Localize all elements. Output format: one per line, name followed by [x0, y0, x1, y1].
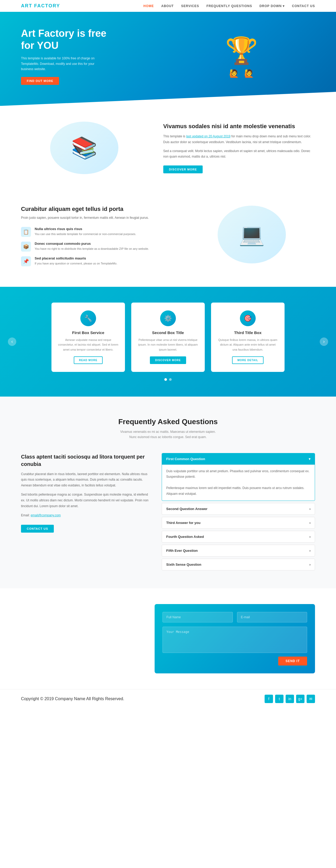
nav-services[interactable]: SERVICES	[181, 4, 199, 8]
footer: Copyright © 2019 Company Name All Rights…	[0, 689, 336, 708]
faq-question-3[interactable]: Third Answer for you ›	[162, 517, 315, 528]
slider-card-3: 🎯 Third Title Box Quisque finibus lorem …	[211, 303, 284, 372]
faq-item-2: Second Question Answer ›	[162, 503, 315, 515]
card-title-1: First Box Service	[58, 331, 119, 335]
about-date-link[interactable]: last updated on 20 August 2019	[186, 134, 231, 138]
dot-2[interactable]	[169, 378, 172, 381]
faq-item-3: Third Answer for you ›	[162, 517, 315, 529]
social-twitter-icon[interactable]: t	[275, 695, 283, 703]
slider-dots	[21, 378, 315, 381]
email-input[interactable]	[237, 612, 307, 622]
navbar: ART FACTORY HOME ABOUT SERVICES FREQUENT…	[0, 0, 336, 12]
social-icons: f t in g+ ✉	[265, 695, 315, 703]
card-icon-3: 🎯	[240, 310, 256, 326]
slider-cards: 🔧 First Box Service Aenean vulputate mas…	[21, 303, 315, 372]
send-button[interactable]: SEND IT	[278, 657, 307, 665]
faq-question-text-5: Fifth Ever Question	[166, 549, 198, 553]
feature-desc-2: You have no right to re-distribute this …	[35, 247, 149, 251]
social-email-icon[interactable]: ✉	[307, 695, 315, 703]
faq-question-2[interactable]: Second Question Answer ›	[162, 503, 315, 515]
nav-links: HOME ABOUT SERVICES FREQUENTLY QUESTIONS…	[143, 4, 315, 8]
person-icon-left: 🙋	[229, 69, 239, 78]
card-btn-1[interactable]: READ MORE	[74, 356, 103, 364]
feature-title-3: Sed placerat sollicitudin mauris	[35, 256, 117, 260]
dot-1[interactable]	[164, 378, 167, 381]
hero-description: This template is available for 100% free…	[21, 56, 100, 72]
hero-content: Art Factory is free for YOU This templat…	[21, 28, 168, 85]
trophy-container: 🏆 🙋 🙋	[213, 30, 270, 83]
faq-answer-1: Duis vulputate porttitor uma sit amet pr…	[162, 465, 315, 501]
faq-question-text-6: Sixth Sense Question	[166, 563, 201, 566]
faq-question-5[interactable]: Fifth Ever Question ›	[162, 545, 315, 556]
social-facebook-icon[interactable]: f	[265, 695, 273, 703]
faq-subtitle: Vivamus venenatis ex mi ac mattis. Maece…	[21, 429, 315, 440]
faq-item-6: Sixth Sense Question ›	[162, 559, 315, 570]
nav-dropdown[interactable]: DROP DOWN ▾	[259, 4, 284, 8]
feature-icon-3: 📌	[21, 256, 31, 266]
nav-about[interactable]: ABOUT	[161, 4, 174, 8]
faq-left-para1: Curabitur placerat diam in risus loborti…	[21, 471, 148, 489]
faq-question-4[interactable]: Fourth Question Asked ›	[162, 531, 315, 542]
slider-next-button[interactable]: ›	[320, 338, 328, 346]
faq-email-link[interactable]: email@company.com	[31, 514, 61, 517]
card-btn-2[interactable]: DISCOVER MORE	[150, 356, 186, 364]
contact-left	[21, 604, 141, 673]
full-name-input[interactable]	[163, 612, 233, 622]
faq-question-text-1: First Common Question	[166, 457, 205, 461]
hero-title: Art Factory is free for YOU	[21, 28, 168, 52]
about-content: Vivamus sodales nisi id ante molestie ve…	[163, 123, 315, 173]
card-title-3: Third Title Box	[217, 331, 278, 335]
faq-question-1[interactable]: First Common Question ▾	[162, 453, 315, 465]
card-icon-1: 🔧	[80, 310, 96, 326]
faq-email: Email: email@company.com	[21, 513, 148, 519]
chevron-right-icon-faq6: ›	[309, 563, 310, 566]
feature-item-1: 📋 Nulla ultrices risus quis risus You ca…	[21, 227, 173, 237]
discover-more-button[interactable]: DISCOVER MORE	[163, 165, 203, 173]
about-illustration: 📚	[50, 122, 119, 174]
person-icon-right: 🙋	[244, 69, 254, 78]
social-linkedin-icon[interactable]: in	[285, 695, 294, 703]
features-intro: Proin justo sapien, posuere suscipit tor…	[21, 215, 173, 220]
card-desc-2: Pellentesque vitae urna ut nisl viverra …	[138, 338, 198, 352]
faq-question-text-4: Fourth Question Asked	[166, 535, 204, 539]
nav-faq[interactable]: FREQUENTLY QUESTIONS	[206, 4, 252, 8]
message-textarea[interactable]	[163, 627, 307, 653]
faq-left: Class aptent taciti sociosqu ad litora t…	[21, 453, 148, 533]
hero-image: 🏆 🙋 🙋	[168, 30, 315, 83]
hero-cta-button[interactable]: FIND OUT MORE	[21, 77, 59, 85]
faq-contact-button[interactable]: CONTACT US	[21, 525, 54, 533]
features-illustration: 💻	[217, 206, 286, 264]
faq-header: Frequently Asked Questions Vivamus venen…	[21, 417, 315, 440]
chevron-right-icon-faq5: ›	[309, 549, 310, 553]
chevron-right-icon-faq2: ›	[309, 507, 310, 511]
feature-title-2: Donec consequat commodo purus	[35, 242, 149, 246]
features-section: Curabitur aliquam eget tellus id porta P…	[0, 190, 336, 286]
nav-home[interactable]: HOME	[143, 4, 154, 8]
slider-card-2: ⚙️ Second Box Title Pellentesque vitae u…	[131, 303, 205, 372]
about-heading: Vivamus sodales nisi id ante molestie ve…	[163, 123, 315, 130]
faq-question-text-3: Third Answer for you	[166, 521, 200, 525]
chevron-right-icon-faq3: ›	[309, 521, 310, 525]
feature-item-3: 📌 Sed placerat sollicitudin mauris If yo…	[21, 256, 173, 266]
slider-section: ‹ 🔧 First Box Service Aenean vulputate m…	[0, 287, 336, 397]
slider-prev-button[interactable]: ‹	[8, 338, 16, 346]
chevron-down-icon-faq1: ▾	[309, 457, 310, 461]
nav-contact[interactable]: CONTACT US	[292, 4, 315, 8]
trophy-icon: 🏆	[213, 35, 270, 66]
card-title-2: Second Box Title	[138, 331, 198, 335]
feature-title-1: Nulla ultrices risus quis risus	[35, 227, 136, 231]
chevron-down-icon: ▾	[283, 4, 284, 8]
contact-right: SEND IT	[155, 604, 315, 673]
social-google-icon[interactable]: g+	[296, 695, 304, 703]
card-btn-3[interactable]: MORE DETAIL	[232, 356, 263, 364]
chevron-right-icon-faq4: ›	[309, 535, 310, 539]
feature-desc-3: If you have any question or comment, ple…	[35, 261, 117, 266]
form-name-email-row	[163, 612, 307, 622]
footer-copyright: Copyright © 2019 Company Name All Rights…	[21, 696, 124, 701]
about-section: 📚 Vivamus sodales nisi id ante molestie …	[0, 95, 336, 190]
features-image: 💻	[189, 206, 315, 264]
faq-right: First Common Question ▾ Duis vulputate p…	[162, 453, 315, 572]
about-image: 📚	[21, 122, 147, 174]
faq-question-6[interactable]: Sixth Sense Question ›	[162, 559, 315, 570]
faq-title: Frequently Asked Questions	[21, 417, 315, 426]
